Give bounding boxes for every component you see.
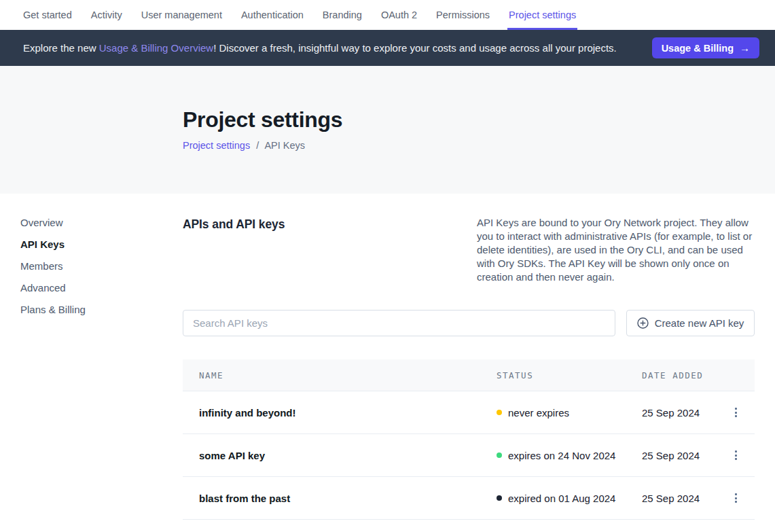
banner-text: Explore the new Usage & Billing Overview… xyxy=(23,42,617,54)
content-area: OverviewAPI KeysMembersAdvancedPlans & B… xyxy=(0,194,775,520)
section-heading: APIs and API keys xyxy=(183,216,285,284)
row-actions-kebab-icon[interactable] xyxy=(731,404,741,421)
sidebar-item-members[interactable]: Members xyxy=(20,260,63,272)
breadcrumb-project-settings-link[interactable]: Project settings xyxy=(183,140,250,151)
status-dot-icon xyxy=(497,410,502,415)
status-text: never expires xyxy=(508,407,569,419)
breadcrumb-separator: / xyxy=(256,140,259,151)
api-key-status: expired on 01 Aug 2024 xyxy=(497,493,642,504)
api-keys-panel: APIs and API keys API Keys are bound to … xyxy=(183,216,755,520)
row-actions-kebab-icon[interactable] xyxy=(731,489,741,507)
sidebar-item-advanced[interactable]: Advanced xyxy=(20,282,66,294)
status-text: expired on 01 Aug 2024 xyxy=(508,493,615,504)
api-key-status: never expires xyxy=(497,407,642,419)
banner-text-after: ! Discover a fresh, insightful way to ex… xyxy=(213,42,617,54)
nav-item-authentication[interactable]: Authentication xyxy=(241,0,304,30)
search-input[interactable] xyxy=(183,310,615,336)
nav-item-branding[interactable]: Branding xyxy=(323,0,362,30)
row-actions-kebab-icon[interactable] xyxy=(731,446,741,464)
api-keys-description: API Keys are bound to your Ory Network p… xyxy=(477,216,755,284)
top-nav: Get startedActivityUser managementAuthen… xyxy=(0,0,775,30)
intro-row: APIs and API keys API Keys are bound to … xyxy=(183,216,755,284)
usage-billing-button-label: Usage & Billing xyxy=(662,43,734,54)
nav-item-activity[interactable]: Activity xyxy=(91,0,122,30)
api-key-name: blast from the past xyxy=(183,493,497,504)
controls-row: Create new API key xyxy=(183,310,755,336)
nav-item-oauth-2[interactable]: OAuth 2 xyxy=(381,0,417,30)
table-row: blast from the past expired on 01 Aug 20… xyxy=(183,477,755,520)
table-row: some API key expires on 24 Nov 2024 25 S… xyxy=(183,434,755,477)
api-key-status: expires on 24 Nov 2024 xyxy=(497,450,642,461)
column-header-status: STATUS xyxy=(497,370,642,380)
breadcrumb-current: API Keys xyxy=(264,140,305,151)
create-api-key-button[interactable]: Create new API key xyxy=(626,310,755,336)
status-text: expires on 24 Nov 2024 xyxy=(508,450,615,461)
nav-item-permissions[interactable]: Permissions xyxy=(436,0,490,30)
api-key-date-added: 25 Sep 2024 xyxy=(642,407,717,419)
page-title: Project settings xyxy=(183,107,775,132)
table-row: infinity and beyond! never expires 25 Se… xyxy=(183,391,755,434)
table-header-row: NAME STATUS DATE ADDED xyxy=(183,359,755,391)
status-dot-icon xyxy=(497,453,502,458)
sidebar-item-overview[interactable]: Overview xyxy=(20,217,63,228)
api-key-name: infinity and beyond! xyxy=(183,407,497,419)
breadcrumb: Project settings / API Keys xyxy=(183,140,775,151)
api-key-date-added: 25 Sep 2024 xyxy=(642,450,717,461)
sidebar-item-api-keys[interactable]: API Keys xyxy=(20,238,65,250)
api-key-name: some API key xyxy=(183,450,497,461)
api-keys-table: NAME STATUS DATE ADDED infinity and beyo… xyxy=(183,359,755,520)
column-header-date-added: DATE ADDED xyxy=(642,370,717,380)
page-header: Project settings Project settings / API … xyxy=(0,66,775,194)
column-header-name: NAME xyxy=(183,370,497,380)
usage-billing-overview-link[interactable]: Usage & Billing Overview xyxy=(99,42,213,54)
usage-billing-button[interactable]: Usage & Billing → xyxy=(652,37,759,58)
settings-sidebar: OverviewAPI KeysMembersAdvancedPlans & B… xyxy=(0,216,183,520)
sidebar-item-plans-billing[interactable]: Plans & Billing xyxy=(20,304,86,315)
banner-text-before: Explore the new xyxy=(23,42,99,54)
plus-circle-icon xyxy=(637,317,649,329)
arrow-right-icon: → xyxy=(740,42,750,54)
create-api-key-label: Create new API key xyxy=(655,317,744,329)
api-key-date-added: 25 Sep 2024 xyxy=(642,493,717,504)
nav-item-project-settings[interactable]: Project settings xyxy=(509,0,576,30)
nav-item-get-started[interactable]: Get started xyxy=(23,0,72,30)
usage-billing-banner: Explore the new Usage & Billing Overview… xyxy=(0,30,775,66)
status-dot-icon xyxy=(497,495,502,501)
nav-item-user-management[interactable]: User management xyxy=(141,0,222,30)
